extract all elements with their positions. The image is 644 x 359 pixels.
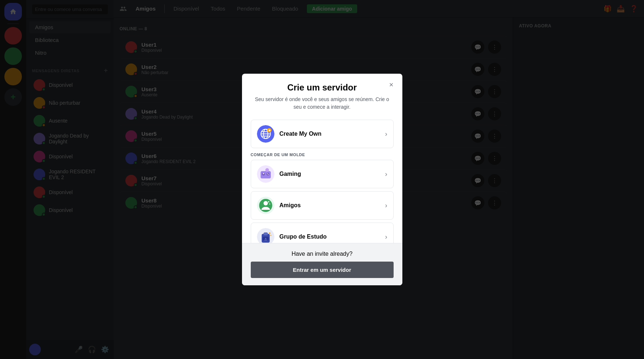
amigos-template-option[interactable]: Amigos › — [251, 191, 394, 220]
svg-point-21 — [269, 204, 270, 205]
modal-footer: Have an invite already? Entrar em um ser… — [242, 243, 402, 285]
chevron-right-icon: › — [385, 170, 387, 178]
modal-close-button[interactable]: × — [386, 80, 397, 90]
svg-point-11 — [266, 173, 269, 175]
svg-point-16 — [265, 168, 269, 172]
gaming-label: Gaming — [280, 171, 385, 177]
study-group-template-option[interactable]: Grupo de Estudo › — [251, 223, 394, 243]
svg-text:✦: ✦ — [268, 128, 271, 132]
svg-rect-27 — [264, 240, 267, 240]
amigos-label: Amigos — [280, 202, 385, 209]
chevron-right-icon: › — [385, 233, 387, 241]
gaming-icon — [257, 165, 274, 183]
svg-point-20 — [268, 201, 269, 202]
svg-rect-24 — [264, 232, 268, 235]
gaming-template-option[interactable]: Gaming › — [251, 160, 394, 188]
svg-point-15 — [268, 174, 269, 175]
create-my-own-option[interactable]: ✦ Create My Own › — [251, 120, 394, 148]
svg-point-19 — [264, 201, 268, 205]
footer-text: Have an invite already? — [251, 251, 394, 257]
amigos-icon — [257, 197, 274, 214]
chevron-right-icon: › — [385, 130, 387, 138]
modal-header: Crie um servidor Seu servidor é onde voc… — [242, 74, 402, 114]
modal-body: ✦ Create My Own › COMEÇAR DE UM MOLDE — [242, 114, 402, 243]
study-group-icon — [257, 228, 274, 243]
create-my-own-label: Create My Own — [280, 131, 385, 137]
create-server-modal: × Crie um servidor Seu servidor é onde v… — [242, 74, 402, 285]
modal-subtitle: Seu servidor é onde você e seus amigos s… — [251, 96, 394, 111]
modal-overlay[interactable]: × Crie um servidor Seu servidor é onde v… — [0, 0, 644, 359]
app-container: + Entre ou comece uma conversa Amigos Bi… — [0, 0, 644, 359]
modal-title: Crie um servidor — [251, 82, 394, 93]
svg-point-26 — [265, 238, 266, 239]
chevron-right-icon: › — [385, 202, 387, 209]
study-group-label: Grupo de Estudo — [280, 233, 385, 240]
svg-rect-13 — [263, 173, 264, 174]
join-server-button[interactable]: Entrar em um servidor — [251, 262, 394, 278]
svg-point-14 — [267, 173, 268, 174]
svg-point-28 — [269, 232, 270, 234]
svg-point-29 — [270, 235, 271, 236]
create-my-own-icon: ✦ — [257, 125, 274, 143]
template-section-label: COMEÇAR DE UM MOLDE — [251, 153, 394, 157]
